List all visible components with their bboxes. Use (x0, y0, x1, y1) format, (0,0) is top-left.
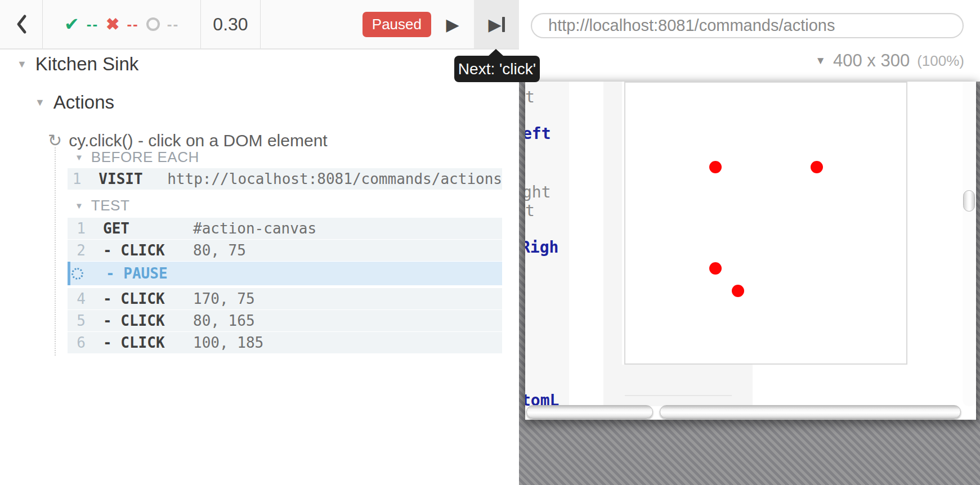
next-step-button[interactable]: ▶ (474, 0, 519, 48)
viewport-size: 400 x 300 (833, 51, 910, 71)
vertical-scrollbar-track[interactable] (963, 82, 976, 406)
command-list-before-each: 1VISIThttp://localhost:8081/commands/act… (68, 168, 502, 190)
paused-badge: Paused (363, 12, 431, 37)
command-row-click[interactable]: 5- CLICK80, 165 (68, 310, 502, 331)
next-step-tooltip: Next: 'click' (454, 56, 540, 82)
command-method: - CLICK (103, 290, 193, 307)
runner-background: teftghttRightomL (519, 82, 980, 485)
code-fragment: t (525, 89, 535, 105)
command-spinner (70, 268, 96, 280)
viewport-menu[interactable]: ▼ 400 x 300 (100%) (815, 51, 964, 71)
command-message: #action-canvas (193, 220, 316, 237)
command-number: 1 (68, 220, 93, 237)
app-under-test-iframe: teftghttRightomL (525, 82, 976, 420)
horizontal-scrollbar-right[interactable] (660, 405, 961, 419)
command-row-click[interactable]: 4- CLICK170, 75 (68, 288, 502, 309)
command-number: 4 (68, 290, 93, 307)
test-duration: 0.30 (201, 0, 261, 48)
chevron-down-icon: ▼ (17, 59, 27, 69)
reporter-panel: ✔ -- ✖ -- -- 0.30 Paused ▶ ▶ ▼ Kitchen S… (0, 0, 519, 485)
command-row-click[interactable]: 6- CLICK100, 185 (68, 332, 502, 353)
url-text: http://localhost:8081/commands/actions (548, 16, 835, 35)
command-row-get[interactable]: 1GET#action-canvas (68, 218, 502, 239)
command-row-pause[interactable]: - PAUSE (68, 262, 502, 285)
chevron-down-icon: ▼ (75, 153, 83, 161)
action-canvas[interactable] (624, 82, 907, 365)
suite-title: Actions (53, 92, 114, 113)
command-method: - PAUSE (106, 265, 196, 282)
click-dot (732, 285, 744, 297)
command-method: - CLICK (103, 242, 193, 259)
command-row-visit[interactable]: 1VISIThttp://localhost:8081/commands/act… (68, 168, 502, 190)
hook-label: BEFORE EACH (91, 149, 199, 166)
passed-count: -- (87, 16, 99, 33)
section-divider (625, 395, 732, 396)
click-dot (709, 262, 722, 275)
command-number: 6 (68, 334, 93, 351)
tooltip-text: Next: 'click' (458, 60, 536, 78)
spinner-icon (71, 268, 83, 280)
reporter-toolbar: ✔ -- ✖ -- -- 0.30 Paused ▶ ▶ (0, 0, 519, 50)
section-below-canvas (603, 365, 753, 406)
url-address-bar[interactable]: http://localhost:8081/commands/actions (531, 13, 964, 38)
test-item[interactable]: ↻ cy.click() - click on a DOM element (48, 131, 328, 150)
click-dot (709, 161, 722, 173)
command-method: - CLICK (103, 334, 193, 351)
toolbar-spacer (261, 0, 363, 48)
code-fragment: eft (525, 126, 551, 142)
command-method: - CLICK (103, 312, 193, 329)
horizontal-scrollbar-left[interactable] (526, 405, 653, 419)
command-number: 2 (68, 242, 93, 259)
cypress-test-runner: ✔ -- ✖ -- -- 0.30 Paused ▶ ▶ ▼ Kitchen S… (0, 0, 980, 485)
click-dot (811, 161, 823, 173)
chevron-down-icon: ▼ (35, 97, 45, 107)
hook-label: TEST (91, 197, 129, 214)
command-message: 80, 75 (193, 242, 246, 259)
command-row-click[interactable]: 2- CLICK80, 75 (68, 240, 502, 261)
command-method: GET (103, 220, 193, 237)
test-title: cy.click() - click on a DOM element (69, 131, 328, 150)
test-stats: ✔ -- ✖ -- -- (43, 0, 201, 48)
chevron-down-icon: ▼ (815, 55, 826, 67)
command-number: 5 (68, 312, 93, 329)
code-block-strip (603, 82, 622, 365)
failed-count: -- (127, 16, 138, 33)
hook-header-test[interactable]: ▼ TEST (75, 197, 129, 214)
runner-header: http://localhost:8081/commands/actions ▼… (519, 0, 980, 82)
chevron-down-icon: ▼ (75, 201, 83, 210)
command-number: 1 (68, 170, 89, 187)
code-fragment: Righ (525, 240, 558, 255)
suite-actions[interactable]: ▼ Actions (35, 92, 114, 113)
command-message: 80, 165 (193, 312, 255, 329)
spec-title: Kitchen Sink (35, 53, 138, 75)
chevron-left-icon (16, 14, 27, 34)
command-list-test: 1GET#action-canvas2- CLICK80, 75- PAUSE4… (68, 218, 502, 354)
failed-x-icon: ✖ (106, 15, 119, 34)
vertical-scrollbar-thumb[interactable] (963, 190, 975, 212)
resume-button[interactable]: ▶ (431, 0, 474, 48)
indent-guide-line (55, 147, 56, 356)
code-fragment: ght (525, 185, 551, 200)
code-fragment: t (525, 203, 535, 219)
viewport-scale: (100%) (917, 52, 964, 70)
pending-circle-icon (146, 17, 160, 31)
pending-count: -- (167, 16, 179, 33)
command-message: 170, 75 (193, 290, 255, 307)
command-method: VISIT (99, 170, 167, 187)
command-message: http://localhost:8081/commands/actions (167, 170, 502, 187)
back-button[interactable] (0, 0, 43, 48)
command-message: 100, 185 (193, 334, 263, 351)
spec-root[interactable]: ▼ Kitchen Sink (17, 53, 138, 75)
step-forward-icon: ▶ (488, 15, 504, 34)
passed-check-icon: ✔ (64, 14, 79, 35)
hook-header-before-each[interactable]: ▼ BEFORE EACH (75, 149, 199, 166)
code-block: teftghttRightomL (525, 82, 569, 406)
